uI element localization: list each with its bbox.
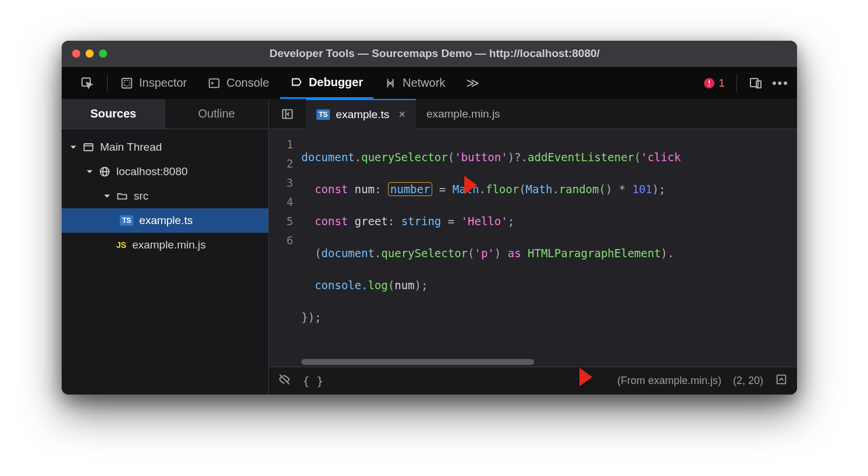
editor-tab-label: example.ts bbox=[336, 108, 389, 121]
tree-label: localhost:8080 bbox=[116, 165, 188, 178]
tab-debugger-label: Debugger bbox=[309, 76, 363, 89]
folder-icon bbox=[116, 190, 128, 202]
tab-network[interactable]: Network bbox=[373, 68, 456, 99]
svg-rect-16 bbox=[777, 375, 786, 384]
network-icon bbox=[384, 77, 397, 90]
console-icon bbox=[208, 77, 220, 90]
sidebar-tab-sources[interactable]: Sources bbox=[62, 99, 165, 129]
devtools-toolbar: Inspector Console Debugger Network ≫ 1 bbox=[62, 66, 797, 99]
editor-tab-label: example.min.js bbox=[426, 108, 500, 120]
tree-file-example-ts[interactable]: TS example.ts bbox=[62, 208, 268, 233]
chevron-double-right-icon: ≫ bbox=[466, 76, 479, 91]
tab-inspector-label: Inspector bbox=[139, 76, 187, 90]
line-number: 6 bbox=[269, 231, 301, 250]
tree-label: src bbox=[134, 190, 148, 203]
tab-debugger[interactable]: Debugger bbox=[280, 68, 373, 99]
sources-tree: Main Thread localhost:8080 src TS exampl… bbox=[62, 129, 268, 257]
highlighted-type: number bbox=[388, 182, 433, 196]
svg-rect-1 bbox=[122, 78, 132, 88]
caret-down-icon bbox=[104, 193, 111, 200]
devtools-window: Developer Tools — Sourcemaps Demo — http… bbox=[62, 41, 797, 395]
cursor-position: (2, 20) bbox=[733, 375, 763, 387]
main-area: Sources Outline Main Thread localhost:80… bbox=[62, 99, 797, 395]
tree-label: Main Thread bbox=[100, 141, 162, 154]
window-icon bbox=[83, 141, 94, 153]
line-number: 3 bbox=[269, 173, 301, 193]
pick-element-button[interactable] bbox=[70, 68, 105, 99]
caret-down-icon bbox=[70, 144, 77, 151]
svg-rect-2 bbox=[124, 80, 129, 86]
tree-label: example.min.js bbox=[132, 239, 206, 251]
editor-footer: { } (From example.min.js) (2, 20) bbox=[269, 367, 797, 395]
ts-file-icon: TS bbox=[316, 109, 330, 120]
debugger-icon bbox=[290, 76, 303, 88]
svg-rect-5 bbox=[709, 80, 710, 84]
pretty-print-button[interactable]: { } bbox=[303, 374, 323, 388]
responsive-icon bbox=[749, 76, 763, 90]
tree-folder-src[interactable]: src bbox=[62, 184, 268, 208]
close-window-button[interactable] bbox=[72, 49, 80, 58]
line-number: 4 bbox=[269, 193, 301, 212]
zoom-window-button[interactable] bbox=[99, 49, 107, 58]
sidebar-tab-outline[interactable]: Outline bbox=[165, 99, 269, 129]
editor-tab-inactive[interactable]: example.min.js bbox=[416, 99, 511, 129]
error-badge[interactable]: 1 bbox=[703, 77, 725, 90]
caret-down-icon bbox=[86, 168, 93, 175]
sidebar-tabs: Sources Outline bbox=[62, 99, 268, 129]
sources-sidebar: Sources Outline Main Thread localhost:80… bbox=[62, 99, 269, 395]
svg-rect-6 bbox=[709, 85, 710, 86]
error-count: 1 bbox=[718, 77, 725, 90]
svg-rect-3 bbox=[209, 79, 219, 87]
ts-file-icon: TS bbox=[120, 215, 133, 226]
tree-host[interactable]: localhost:8080 bbox=[62, 159, 268, 184]
toggle-bottom-panel-button[interactable] bbox=[775, 373, 788, 389]
horizontal-scrollbar[interactable] bbox=[301, 357, 788, 367]
tree-main-thread[interactable]: Main Thread bbox=[62, 135, 268, 159]
error-icon bbox=[703, 77, 715, 89]
line-number: 2 bbox=[269, 154, 301, 173]
editor-tab-active[interactable]: TS example.ts × bbox=[306, 99, 416, 129]
titlebar: Developer Tools — Sourcemaps Demo — http… bbox=[62, 41, 797, 66]
tree-file-example-min-js[interactable]: JS example.min.js bbox=[62, 233, 268, 257]
toolbar-separator bbox=[737, 74, 737, 92]
eye-off-icon bbox=[278, 373, 291, 386]
kebab-icon: ••• bbox=[772, 76, 789, 91]
tab-inspector[interactable]: Inspector bbox=[110, 68, 197, 99]
scrollbar-thumb[interactable] bbox=[301, 359, 534, 365]
tab-console-label: Console bbox=[226, 76, 269, 90]
source-origin: (From example.min.js) bbox=[617, 375, 721, 387]
js-file-icon: JS bbox=[116, 240, 126, 250]
line-number: 5 bbox=[269, 212, 301, 231]
svg-rect-9 bbox=[84, 144, 93, 151]
sidebar-tab-label: Outline bbox=[198, 107, 235, 120]
svg-rect-7 bbox=[750, 79, 758, 87]
globe-icon bbox=[99, 166, 111, 177]
kebab-menu-button[interactable]: ••• bbox=[772, 76, 789, 91]
close-tab-button[interactable]: × bbox=[399, 108, 405, 121]
line-gutter: 1 2 3 4 5 6 bbox=[269, 129, 301, 367]
code-area[interactable]: 1 2 3 4 5 6 document.querySelector('butt… bbox=[269, 129, 797, 367]
editor-tabs: TS example.ts × example.min.js bbox=[269, 99, 797, 129]
toggle-sidebar-button[interactable] bbox=[275, 101, 300, 127]
window-title: Developer Tools — Sourcemaps Demo — http… bbox=[113, 47, 797, 60]
window-controls bbox=[72, 49, 107, 58]
tab-console[interactable]: Console bbox=[197, 68, 279, 99]
sidebar-tab-label: Sources bbox=[90, 107, 136, 120]
inspector-icon bbox=[120, 77, 133, 90]
toolbar-overflow[interactable]: ≫ bbox=[456, 68, 490, 99]
pointer-icon bbox=[80, 76, 94, 90]
tab-network-label: Network bbox=[403, 76, 445, 90]
responsive-mode-button[interactable] bbox=[749, 76, 763, 90]
collapse-panel-icon bbox=[281, 108, 294, 120]
panel-up-icon bbox=[775, 373, 788, 386]
blackbox-button[interactable] bbox=[278, 373, 291, 389]
line-number: 1 bbox=[269, 135, 301, 154]
minimize-window-button[interactable] bbox=[86, 49, 94, 58]
editor-pane: TS example.ts × example.min.js 1 2 3 4 5… bbox=[269, 99, 797, 395]
toolbar-separator bbox=[107, 74, 108, 92]
tree-label: example.ts bbox=[139, 214, 193, 227]
code-content: document.querySelector('button')?.addEve… bbox=[301, 129, 797, 367]
